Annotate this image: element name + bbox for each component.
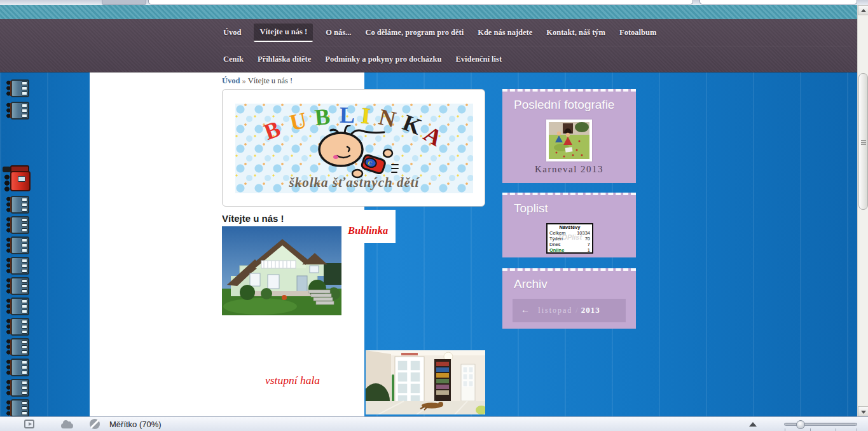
toplist-counter-widget[interactable]: TOPlist Návštěvy Celkem10334 Týden70 Dne… — [546, 223, 593, 254]
webpage-viewport: Úvod Vítejte u nás ! O nás... Co děláme,… — [0, 5, 857, 416]
train-wagon-icon — [5, 317, 31, 337]
archive-month[interactable]: listopad — [538, 306, 572, 315]
page-top-band — [0, 5, 857, 19]
toplist-row-label: Celkem — [549, 230, 565, 236]
scroll-down-arrow-icon — [861, 411, 866, 414]
toplist-title: Toplist — [514, 202, 548, 216]
logo-letter: B — [261, 117, 284, 144]
cloud-sync-icon[interactable] — [61, 423, 73, 428]
main-navigation: Úvod Vítejte u nás ! O nás... Co děláme,… — [0, 19, 857, 72]
nav-item-evidencni-list[interactable]: Evidenční list — [455, 51, 504, 68]
site-logo-box: B U B L I N K A C — [222, 89, 485, 207]
train-wagon-icon — [5, 216, 31, 235]
archive-month-bar[interactable]: ← listopad / 2013 — [513, 299, 626, 322]
latest-photo-caption[interactable]: Karneval 2013 — [502, 164, 636, 175]
archive-title: Archiv — [514, 277, 548, 291]
latest-photos-box: Poslední fotografie — [502, 89, 636, 183]
logo-letter: A — [420, 122, 446, 150]
breadcrumb-separator: » — [240, 76, 247, 85]
nav-row-primary: Úvod Vítejte u nás ! O nás... Co děláme,… — [222, 19, 851, 46]
zoom-menu-arrow-icon[interactable] — [749, 422, 757, 427]
browser-status-bar: Měřítko (70%) — [0, 416, 868, 431]
nav-item-cenik[interactable]: Ceník — [222, 51, 245, 68]
browser-toolbar-sliver — [0, 0, 868, 5]
toplist-row-value: 7 — [588, 242, 590, 247]
latest-photo-thumbnail[interactable] — [546, 120, 592, 161]
baby-cartoon-icon: C — [291, 125, 412, 180]
archive-year[interactable]: 2013 — [581, 305, 600, 315]
train-decoration — [0, 72, 38, 416]
site-logo: B U B L I N K A C — [235, 104, 473, 193]
zoom-scale-label: Měřítko (70%) — [109, 420, 162, 429]
scrollbar-thumb[interactable] — [858, 73, 868, 210]
train-wagon-icon — [5, 236, 31, 256]
breadcrumb-home-link[interactable]: Úvod — [222, 76, 240, 85]
search-field[interactable] — [699, 0, 857, 4]
train-wagon-icon — [5, 297, 31, 317]
train-wagon-icon — [5, 378, 31, 398]
house-photo — [222, 226, 341, 315]
toplist-row-value: 70 — [585, 236, 590, 242]
turbo-mode-icon[interactable] — [90, 419, 100, 429]
nav-item-prihlaska-ditete[interactable]: Přihláška dítěte — [256, 51, 312, 68]
zoom-slider-knob[interactable] — [796, 420, 805, 429]
train-wagon-icon — [5, 101, 31, 121]
logo-letter: L — [340, 104, 355, 127]
vertical-scrollbar[interactable] — [857, 5, 868, 416]
train-wagon-icon — [5, 277, 31, 296]
nav-row-secondary: Ceník Přihláška dítěte Podmínky a pokyny… — [222, 46, 851, 72]
toplist-row-value: 1 — [588, 247, 590, 253]
scroll-down-button[interactable] — [858, 406, 868, 416]
logo-subtitle: školka šťastných dětí — [235, 175, 473, 191]
panels-toggle-icon[interactable] — [24, 420, 34, 428]
nav-item-kontakt[interactable]: Kontakt, náš tým — [545, 24, 607, 41]
photo-caption-vstupni-hala: vstupní hala — [265, 374, 320, 387]
nav-item-kde-nas-najdete[interactable]: Kde nás najdete — [476, 24, 534, 41]
logo-letter: I — [360, 104, 371, 127]
toplist-row-label: Týden — [549, 236, 563, 242]
archive-box: Archiv ← listopad / 2013 — [502, 268, 636, 329]
toplist-row-label: Dnes — [549, 242, 561, 247]
nav-item-fotoalbum[interactable]: Fotoalbum — [618, 24, 658, 41]
scroll-up-arrow-icon — [861, 9, 866, 12]
toplist-header: Návštěvy — [548, 224, 592, 230]
article-heading: Vítejte u nás ! — [222, 213, 284, 224]
entrance-hall-photo — [366, 350, 485, 414]
screen: Úvod Vítejte u nás ! O nás... Co děláme,… — [0, 0, 868, 431]
photo-caption-bublinka: Bublinka — [348, 224, 388, 237]
toplist-box: Toplist TOPlist Návštěvy Celkem10334 Týd… — [502, 193, 636, 257]
train-wagon-icon — [5, 399, 31, 416]
breadcrumb-current: Vítejte u nás ! — [248, 76, 293, 85]
nav-item-vitejte-u-nas[interactable]: Vítejte u nás ! — [254, 24, 313, 42]
nav-item-podminky-dochazky[interactable]: Podmínky a pokyny pro docházku — [324, 51, 443, 68]
address-bar[interactable] — [148, 0, 693, 4]
nav-item-uvod[interactable]: Úvod — [222, 24, 242, 41]
train-wagon-icon — [5, 195, 31, 215]
toplist-row-value: 10334 — [577, 230, 590, 236]
latest-photos-title: Poslední fotografie — [514, 98, 614, 112]
train-wagon-icon — [5, 79, 31, 99]
train-wagon-icon — [5, 256, 31, 276]
toolbar-button-stub[interactable] — [102, 0, 146, 5]
scrollbar-grip-icon — [861, 140, 866, 141]
zoom-slider[interactable] — [784, 423, 857, 426]
breadcrumb: Úvod»Vítejte u nás ! — [222, 76, 293, 86]
scroll-up-button[interactable] — [858, 5, 868, 15]
archive-separator: / — [575, 306, 577, 315]
nav-item-co-delame[interactable]: Co děláme, program pro děti — [364, 24, 465, 41]
train-wagon-icon — [5, 358, 31, 378]
toplist-row-label: Online — [549, 247, 564, 253]
train-locomotive-icon — [3, 165, 32, 195]
train-wagon-icon — [5, 338, 31, 357]
nav-item-o-nas[interactable]: O nás... — [324, 24, 352, 41]
